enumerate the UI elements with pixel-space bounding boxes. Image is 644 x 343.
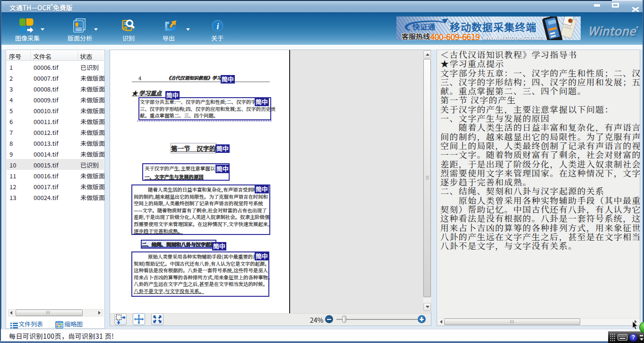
svg-text:i: i bbox=[216, 22, 219, 31]
